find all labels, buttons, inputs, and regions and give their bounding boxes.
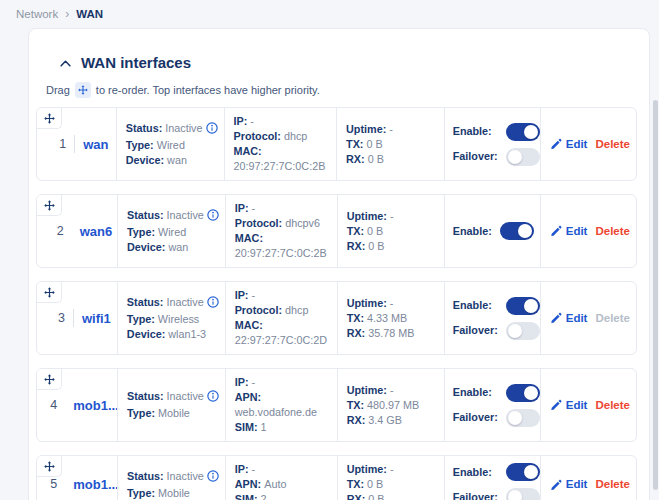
scrollbar[interactable] (653, 100, 658, 490)
interface-name-link[interactable]: mob1... (73, 398, 119, 413)
drag-handle-icon[interactable] (37, 108, 62, 129)
mac-label: MAC: (235, 319, 263, 331)
edit-button[interactable]: Edit (550, 224, 588, 239)
interface-name-link[interactable]: wan (83, 137, 108, 152)
status-line: Status:Inactive (127, 469, 219, 486)
edit-label: Edit (566, 477, 588, 492)
device-line: Device:wlan1-3 (127, 327, 219, 342)
enable-toggle[interactable] (506, 384, 540, 402)
breadcrumb-page: WAN (76, 8, 103, 20)
interface-name-link[interactable]: mob1... (73, 477, 119, 492)
status-cell: Status:Inactive Type:Mobile (117, 456, 225, 500)
drag-handle-icon[interactable] (37, 282, 62, 303)
protocol-line: Protocol:dhcp (234, 129, 331, 144)
drag-handle-icon[interactable] (37, 369, 62, 390)
ip-label: IP: (235, 202, 249, 214)
protocol-value: dhcpv6 (285, 217, 320, 229)
interface-name-link[interactable]: wifi1 (82, 311, 111, 326)
status-cell: Status:Inactive Type:Wired Device:wan (116, 108, 224, 180)
failover-toggle[interactable] (506, 148, 540, 166)
tx-line: TX:0 B (347, 224, 438, 239)
uptime-line: Uptime:- (347, 462, 438, 477)
tx-value: 0 B (366, 138, 382, 150)
status-value: Inactive (167, 470, 204, 482)
info-icon[interactable] (207, 298, 219, 310)
delete-button[interactable]: Delete (595, 477, 630, 492)
actions-cell: Edit Delete (540, 369, 636, 441)
drag-hint-prefix: Drag (46, 84, 70, 96)
uptime-label: Uptime: (347, 210, 387, 222)
rx-line: RX:0 B (346, 152, 438, 167)
protocol-label: Protocol: (234, 130, 281, 142)
enable-toggle[interactable] (506, 123, 540, 141)
type-label: Type: (127, 313, 155, 325)
wan-interfaces-card: WAN interfaces Drag to re-order. Top int… (28, 28, 650, 500)
delete-button[interactable]: Delete (595, 137, 630, 152)
tx-value: 0 B (367, 225, 383, 237)
device-label: Device: (127, 241, 165, 253)
interface-list: 1 wan Status:Inactive Type:Wired Device:… (36, 107, 637, 500)
status-label: Status: (126, 122, 163, 134)
tx-line: TX:0 B (347, 477, 438, 492)
tx-line: TX:4.33 MB (347, 311, 438, 326)
enable-toggle[interactable] (506, 297, 540, 315)
type-value: Mobile (158, 487, 190, 499)
interface-name-link[interactable]: wan6 (80, 224, 113, 239)
tx-label: TX: (347, 399, 364, 411)
enable-label: Enable: (453, 385, 498, 400)
rx-line: RX:3.4 GB (347, 413, 438, 428)
info-icon[interactable] (206, 124, 218, 136)
breadcrumb-section[interactable]: Network (16, 8, 58, 20)
delete-button[interactable]: Delete (595, 224, 630, 239)
enable-label: Enable: (453, 465, 498, 480)
info-icon[interactable] (207, 392, 219, 404)
edit-button[interactable]: Edit (550, 477, 588, 492)
status-cell: Status:Inactive Type:Wired Device:wan (117, 195, 225, 267)
ip-label: IP: (235, 376, 249, 388)
pencil-icon (550, 399, 562, 411)
failover-toggle[interactable] (506, 488, 540, 500)
apn-value: Auto (264, 478, 286, 490)
ip-value: - (250, 115, 254, 127)
collapse-chevron-icon[interactable] (60, 53, 71, 71)
type-label: Type: (127, 487, 155, 499)
rx-value: 0 B (368, 493, 384, 500)
toggles-cell: Enable: Failover: (444, 282, 540, 354)
status-line: Status:Inactive (127, 389, 219, 406)
drag-handle-icon[interactable] (37, 456, 62, 477)
status-label: Status: (127, 470, 164, 482)
apn-value: web.vodafone.de (235, 406, 317, 418)
device-label: Device: (127, 328, 165, 340)
type-line: Type:Mobile (127, 486, 219, 500)
status-value: Inactive (166, 296, 203, 308)
device-value: wlan1-3 (168, 328, 206, 340)
device-label: Device: (126, 154, 164, 166)
enable-toggle[interactable] (500, 222, 534, 240)
rx-value: 0 B (368, 240, 384, 252)
mac-line: MAC: (235, 231, 331, 246)
edit-button[interactable]: Edit (550, 398, 588, 413)
edit-button[interactable]: Edit (550, 311, 588, 326)
delete-button[interactable]: Delete (595, 398, 630, 413)
info-icon[interactable] (207, 472, 219, 484)
mac-value: 20:97:27:7C:0C:2B (234, 160, 326, 172)
failover-label: Failover: (453, 149, 498, 164)
rx-line: RX:0 B (347, 239, 438, 254)
ip-cell: IP:- APN: web.vodafone.de SIM:1 (225, 369, 337, 441)
failover-toggle[interactable] (506, 409, 540, 427)
failover-toggle[interactable] (506, 322, 540, 340)
edit-button[interactable]: Edit (550, 137, 588, 152)
uptime-label: Uptime: (346, 123, 386, 135)
tx-value: 480.97 MB (367, 399, 419, 411)
protocol-line: Protocol:dhcp (235, 303, 331, 318)
failover-label: Failover: (453, 490, 498, 500)
uptime-line: Uptime:- (346, 122, 438, 137)
card-header: WAN interfaces (60, 53, 637, 71)
ip-cell: IP:- Protocol:dhcp MAC: 22:97:27:7C:0C:2… (225, 282, 337, 354)
ip-line: IP:- (235, 375, 331, 390)
enable-label: Enable: (453, 224, 492, 239)
ip-value: - (252, 463, 256, 475)
enable-toggle[interactable] (506, 463, 540, 481)
info-icon[interactable] (207, 211, 219, 223)
drag-handle-icon[interactable] (37, 195, 62, 216)
